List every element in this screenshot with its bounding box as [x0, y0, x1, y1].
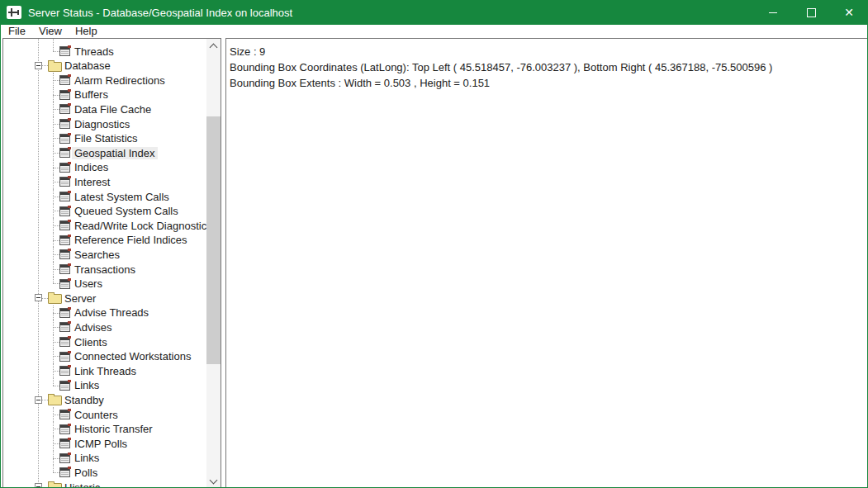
tree-item-transactions[interactable]: Transactions: [3, 262, 206, 277]
tree-connector: [53, 356, 59, 357]
tree-item-diagnostics[interactable]: Diagnostics: [3, 116, 206, 131]
window-title: Server Status - Database/Geospatial Inde…: [28, 7, 292, 19]
tree-item-users[interactable]: Users: [3, 277, 206, 291]
tree-item-reference-field-indices[interactable]: Reference Field Indices: [3, 233, 206, 248]
close-icon: ✕: [844, 6, 854, 19]
tree-connector: [53, 429, 59, 429]
scrollbar-thumb[interactable]: [206, 116, 221, 364]
tree-item-label: Server: [64, 292, 96, 305]
tree-item-label: Queued System Calls: [74, 205, 178, 217]
detail-bbox-coordinates-line: Bounding Box Coordinates (LatLong): Top …: [230, 59, 863, 75]
tree-scrollbar[interactable]: [206, 39, 221, 488]
tree-connector: [53, 277, 54, 284]
tree-item-alarm-redirections[interactable]: Alarm Redirections: [3, 73, 206, 88]
tree-item-clients[interactable]: Clients: [3, 334, 206, 349]
tree-connector: [53, 342, 59, 343]
tree-item-database[interactable]: Database: [3, 59, 206, 73]
tree-item-counters[interactable]: Counters: [3, 407, 206, 422]
tree-item-geospatial-index[interactable]: Geospatial Index: [3, 145, 206, 160]
expander-minus-icon[interactable]: [35, 483, 42, 488]
tree-item-icmp-polls[interactable]: ICMP Polls: [3, 436, 206, 451]
folder-icon: [48, 483, 62, 488]
report-icon: [59, 177, 70, 187]
detail-bbox-extents-line: Bounding Box Extents : Width = 0.503 , H…: [230, 75, 863, 91]
tree-item-links[interactable]: Links: [3, 378, 206, 393]
folder-icon: [48, 396, 62, 405]
tree-item-label: Indices: [74, 161, 108, 173]
scroll-up-button[interactable]: [206, 39, 221, 53]
tree-item-label: Users: [74, 277, 102, 290]
tree-item-label: Transactions: [74, 263, 135, 276]
report-icon: [59, 410, 70, 419]
minimize-button[interactable]: [754, 0, 792, 25]
tree-item-label: Advise Threads: [74, 306, 149, 319]
tree-item-historic-transfer[interactable]: Historic Transfer: [3, 422, 206, 437]
tree-item-label: Reference Field Indices: [74, 234, 187, 246]
tree-item-label: Geospatial Index: [72, 147, 158, 159]
tree-item-file-statistics[interactable]: File Statistics: [3, 131, 206, 146]
tree-item-advises[interactable]: Advises: [3, 320, 206, 334]
tree-item-buffers[interactable]: Buffers: [3, 88, 206, 102]
tree-item-server[interactable]: Server: [3, 291, 206, 306]
maximize-button[interactable]: [792, 0, 830, 25]
tree-connector: [53, 386, 59, 386]
tree-item-latest-system-calls[interactable]: Latest System Calls: [3, 189, 206, 204]
tree-item-advise-threads[interactable]: Advise Threads: [3, 306, 206, 320]
tree-rows: ThreadsDatabaseAlarm RedirectionsBuffers…: [3, 39, 206, 488]
tree-connector: [53, 254, 59, 255]
folder-icon: [48, 62, 62, 72]
tree-item-link-threads[interactable]: Link Threads: [3, 363, 206, 378]
menu-bar: File View Help: [1, 25, 867, 38]
tree-item-threads[interactable]: Threads: [3, 44, 206, 59]
tree-item-label: Counters: [74, 409, 118, 421]
tree-item-interest[interactable]: Interest: [3, 174, 206, 189]
report-icon: [59, 308, 70, 318]
tree-connector: [53, 124, 59, 125]
tree-connector: [53, 465, 54, 472]
report-icon: [59, 163, 70, 173]
report-icon: [59, 220, 70, 230]
tree-connector: [42, 298, 48, 299]
tree-item-label: Read/Write Lock Diagnostics: [74, 220, 206, 232]
tree-item-queued-system-calls[interactable]: Queued System Calls: [3, 204, 206, 219]
menu-view[interactable]: View: [32, 25, 69, 38]
menu-help[interactable]: Help: [69, 25, 104, 38]
tree-item-read-write-lock-diagnostics[interactable]: Read/Write Lock Diagnostics: [3, 218, 206, 233]
tree-item-indices[interactable]: Indices: [3, 160, 206, 175]
report-icon: [59, 192, 70, 201]
expander-minus-icon[interactable]: [35, 396, 42, 404]
tree-connector: [53, 378, 54, 386]
chevron-down-icon: [210, 476, 218, 485]
tree-connector: [53, 197, 59, 197]
expander-minus-icon[interactable]: [35, 294, 42, 301]
tree-item-label: Polls: [74, 467, 97, 479]
menu-file[interactable]: File: [2, 25, 32, 38]
tree-item-polls[interactable]: Polls: [3, 465, 206, 480]
report-icon: [59, 467, 70, 477]
report-icon: [59, 90, 70, 100]
tree-item-label: Historic: [64, 481, 100, 488]
tree-item-standby[interactable]: Standby: [3, 392, 206, 407]
tree-item-data-file-cache[interactable]: Data File Cache: [3, 102, 206, 116]
window-controls: ✕: [754, 0, 868, 25]
tree-item-label: Advises: [74, 321, 112, 334]
tree-item-connected-workstations[interactable]: Connected Workstations: [3, 349, 206, 364]
report-icon: [59, 279, 70, 289]
tree-item-label: Alarm Redirections: [74, 74, 165, 87]
expander-minus-icon[interactable]: [35, 62, 42, 69]
report-icon: [59, 119, 70, 129]
tree-item-label: Connected Workstations: [74, 350, 191, 362]
tree-connector: [42, 400, 48, 400]
scroll-down-button[interactable]: [206, 474, 221, 488]
tree-item-links[interactable]: Links: [3, 451, 206, 466]
tree-connector: [53, 168, 59, 168]
close-button[interactable]: ✕: [830, 0, 868, 25]
tree-item-searches[interactable]: Searches: [3, 247, 206, 262]
report-icon: [59, 453, 70, 463]
tree-item-historic[interactable]: Historic: [3, 480, 206, 488]
report-icon: [59, 264, 70, 274]
detail-size-line: Size : 9: [230, 44, 863, 59]
tree-item-label: Threads: [74, 45, 114, 58]
report-icon: [59, 424, 70, 434]
report-icon: [59, 249, 70, 259]
